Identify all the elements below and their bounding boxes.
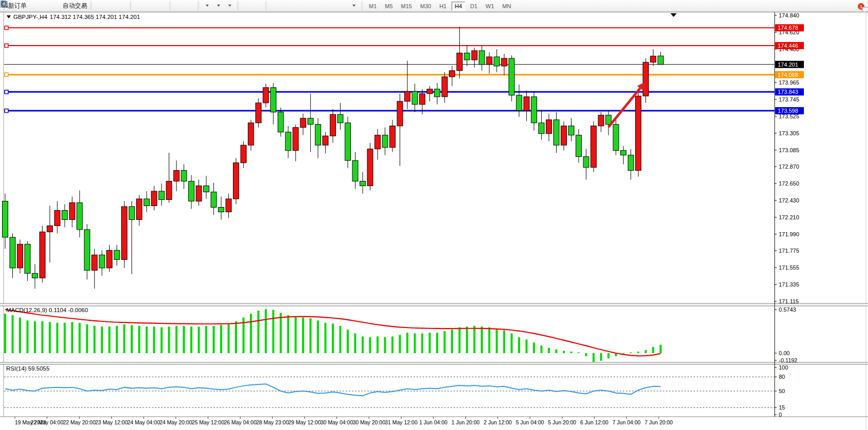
periods-button[interactable] [212, 1, 224, 11]
toolbar-grip[interactable] [237, 2, 239, 10]
svg-text:173.745: 173.745 [779, 96, 799, 103]
fibonacci-tool[interactable]: F [314, 1, 325, 11]
toolbar-grip[interactable] [198, 2, 199, 10]
toolbar-grip[interactable] [169, 2, 171, 10]
new-order-button[interactable]: 新订单 [7, 1, 28, 11]
toolbar-grip[interactable] [265, 2, 267, 10]
svg-text:31 May 12:00: 31 May 12:00 [385, 419, 418, 425]
line-chart-button[interactable] [116, 1, 128, 11]
autotrade-button[interactable]: 自动交易 [62, 1, 88, 11]
toolbar-grip[interactable] [130, 2, 131, 10]
timeframe-w1[interactable]: W1 [483, 2, 498, 11]
svg-text:2 Jun 12:00: 2 Jun 12:00 [484, 419, 512, 425]
trendline-tool[interactable] [291, 1, 303, 11]
svg-text:-0.1192: -0.1192 [779, 357, 798, 363]
search-icon[interactable] [0, 0, 9, 9]
svg-text:28 May 23:00: 28 May 23:00 [256, 419, 289, 425]
svg-text:0: 0 [779, 412, 782, 418]
svg-text:173.305: 173.305 [779, 130, 799, 136]
svg-text:7 Jun 20:00: 7 Jun 20:00 [645, 419, 673, 425]
chevron-down-icon [206, 5, 209, 7]
rsi-indicator-label: RSI(14) 59.5055 [6, 365, 49, 372]
svg-text:50: 50 [779, 388, 785, 394]
svg-text:0.00: 0.00 [779, 350, 790, 356]
chart-canvas[interactable]: 174.840174.620174.400173.965173.745173.5… [0, 12, 868, 430]
svg-text:0.5743: 0.5743 [779, 306, 796, 313]
svg-text:174.678: 174.678 [778, 25, 798, 31]
horizontal-line-tool[interactable] [280, 1, 291, 11]
svg-text:5 Jun 04:00: 5 Jun 04:00 [516, 419, 544, 425]
auto-scroll-button[interactable] [173, 1, 184, 11]
svg-text:172.650: 172.650 [779, 180, 799, 187]
zoom-out-button[interactable] [145, 1, 156, 11]
svg-text:22 May 20:00: 22 May 20:00 [63, 419, 96, 425]
indicators-button[interactable] [224, 1, 235, 11]
chart-shift-button[interactable] [184, 1, 195, 11]
signal-button[interactable] [50, 1, 62, 11]
timeframe-m1[interactable]: M1 [366, 2, 380, 11]
timeframe-mn[interactable]: MN [499, 2, 514, 11]
svg-text:174.840: 174.840 [779, 12, 799, 18]
market-window-button[interactable] [39, 1, 50, 11]
timeframe-m15[interactable]: M15 [398, 2, 415, 11]
chevron-down-icon [217, 5, 220, 7]
svg-text:26 May 04:00: 26 May 04:00 [224, 419, 257, 425]
timeframe-m30[interactable]: M30 [417, 2, 434, 11]
toolbar-grip[interactable] [90, 2, 92, 10]
toolbar-grip[interactable] [361, 2, 363, 10]
templates-button[interactable] [201, 1, 212, 11]
text-label-tool[interactable]: T [337, 1, 348, 11]
timeframe-h4[interactable]: H4 [451, 2, 465, 11]
bar-chart-button[interactable] [94, 1, 105, 11]
macd-indicator-label: MACD(12,26,9) 0.1104 -0.0060 [6, 307, 88, 313]
svg-text:172.210: 172.210 [779, 214, 799, 220]
timeframe-h1[interactable]: H1 [436, 2, 449, 11]
crosshair-tool-button[interactable] [252, 1, 263, 11]
svg-text:23 May 12:00: 23 May 12:00 [95, 419, 128, 425]
mt4-window: 新订单 自动交易 [0, 0, 868, 430]
shapes-tool[interactable] [348, 1, 359, 11]
chevron-down-icon [228, 5, 231, 7]
timeframe-m5[interactable]: M5 [382, 2, 396, 11]
gold-bars-button[interactable] [28, 1, 39, 11]
zoom-in-button[interactable] [133, 1, 145, 11]
timeframe-group: M1M5M15M30H1H4D1W1MN [365, 1, 515, 10]
main-toolbar: 新订单 自动交易 [0, 0, 868, 12]
svg-text:100: 100 [779, 364, 788, 371]
svg-text:22 May 04:00: 22 May 04:00 [31, 419, 64, 425]
svg-text:1 Jun 04:00: 1 Jun 04:00 [419, 419, 447, 425]
svg-text:25 May 12:00: 25 May 12:00 [192, 419, 225, 425]
new-order-label: 新订单 [8, 2, 27, 10]
svg-text:80: 80 [779, 374, 785, 380]
symbol-period-label: GBPJPY-,H4 [13, 14, 47, 20]
svg-text:171.335: 171.335 [779, 281, 799, 288]
candlestick-chart-button[interactable] [105, 1, 116, 11]
svg-text:172.430: 172.430 [779, 197, 799, 203]
autotrade-label: 自动交易 [63, 2, 87, 10]
svg-text:24 May 04:00: 24 May 04:00 [127, 419, 160, 425]
svg-text:171.775: 171.775 [779, 248, 799, 254]
chevron-down-icon [352, 5, 356, 7]
channel-tool[interactable]: E [303, 1, 314, 11]
svg-text:30 May 04:00: 30 May 04:00 [321, 419, 353, 425]
tile-windows-button[interactable] [156, 1, 167, 11]
svg-text:171.555: 171.555 [779, 264, 799, 271]
svg-text:15: 15 [779, 404, 785, 411]
svg-text:6 Jun 12:00: 6 Jun 12:00 [580, 419, 608, 425]
svg-text:29 May 12:00: 29 May 12:00 [288, 419, 321, 425]
svg-text:30 May 20:00: 30 May 20:00 [352, 419, 385, 425]
ohlc-values: 174.312 174.365 174.201 174.201 [50, 14, 140, 20]
text-tool[interactable]: A [325, 1, 337, 11]
svg-text:173.965: 173.965 [779, 79, 799, 86]
svg-text:174.068: 174.068 [778, 72, 798, 78]
collapse-triangle-icon[interactable] [7, 15, 11, 18]
svg-text:172.870: 172.870 [779, 163, 799, 170]
svg-text:173.085: 173.085 [779, 147, 799, 153]
svg-text:174.201: 174.201 [778, 62, 798, 68]
cursor-tool-button[interactable] [241, 1, 252, 11]
chart-title: GBPJPY-,H4 174.312 174.365 174.201 174.2… [7, 14, 140, 20]
timeframe-d1[interactable]: D1 [467, 2, 481, 11]
svg-text:24 May 20:00: 24 May 20:00 [160, 419, 192, 425]
svg-text:174.446: 174.446 [778, 43, 798, 49]
vertical-line-tool[interactable] [269, 1, 280, 11]
